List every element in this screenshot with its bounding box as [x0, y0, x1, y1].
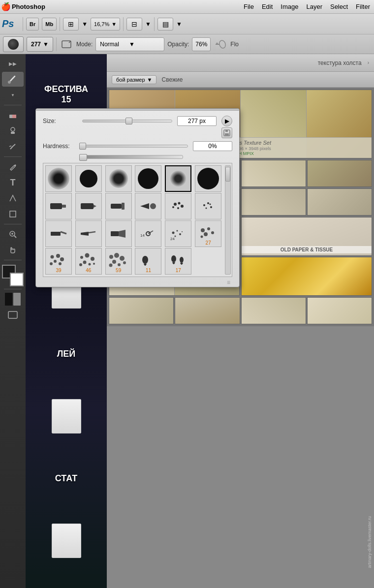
presets-grid: 14 24: [43, 163, 232, 277]
tool-pen[interactable]: [2, 159, 24, 174]
tool-path-selection[interactable]: [2, 191, 24, 206]
size-slider-thumb[interactable]: [125, 118, 132, 124]
size-value-field[interactable]: 277 px: [177, 116, 217, 126]
preset-soft-large[interactable]: [45, 165, 72, 192]
preset-tool-4[interactable]: [135, 193, 161, 219]
soft-brush-small-shape: [170, 171, 186, 186]
preset-spray-1[interactable]: 14: [135, 220, 161, 247]
preset-soft-medium[interactable]: [105, 165, 132, 192]
size-next-button[interactable]: ▶: [221, 116, 232, 126]
brush-preview-button[interactable]: [3, 36, 24, 52]
mini-thumb-4[interactable]: [307, 160, 372, 187]
collapse-panel-button[interactable]: ▶▶: [2, 56, 24, 71]
svg-point-2: [218, 39, 226, 49]
save-preset-button[interactable]: [221, 127, 232, 138]
mb-button[interactable]: Mb: [42, 18, 57, 31]
mini-thumb-8[interactable]: [307, 188, 372, 216]
opacity-value[interactable]: 76%: [192, 37, 211, 51]
svg-point-63: [91, 257, 94, 261]
svg-point-46: [175, 236, 176, 237]
preset-scatter-46[interactable]: 46: [75, 248, 102, 275]
br-button[interactable]: Br: [26, 18, 39, 31]
preset-scatter-59[interactable]: 59: [105, 248, 132, 275]
svg-point-5: [8, 81, 11, 84]
mini-thumb-11[interactable]: [241, 297, 306, 324]
size-label: Size:: [43, 118, 77, 124]
screen-mode-button[interactable]: [2, 308, 24, 322]
mini-thumb-3[interactable]: [241, 160, 306, 187]
preset-scatter-39[interactable]: 39: [45, 248, 72, 275]
preset-tool-5[interactable]: [165, 193, 191, 219]
solid-brush-medium-shape: [80, 170, 97, 187]
tool-brush-sub[interactable]: ▼: [2, 88, 24, 102]
preset-solid-xlarge[interactable]: [195, 165, 221, 192]
tool-brush[interactable]: [2, 72, 24, 87]
preset-spray-2[interactable]: 24: [165, 220, 191, 247]
preset-drip-17[interactable]: 17: [165, 248, 191, 275]
menu-layer[interactable]: Layer: [302, 0, 326, 13]
hardness-value-field[interactable]: 0%: [193, 141, 232, 151]
brush-options-bar: 277 ▼ Mode: Normal ▼ Opacity: 76% Flo: [0, 34, 374, 54]
arrange-icon[interactable]: ⊟: [126, 18, 142, 31]
preset-chisel-1[interactable]: [45, 220, 72, 247]
chevron-icon-1: ▼: [82, 21, 88, 28]
app-name: Photoshop: [12, 0, 236, 14]
quick-mask-button[interactable]: [2, 292, 24, 307]
preset-tool-6[interactable]: [195, 193, 221, 219]
mini-thumb-12[interactable]: [307, 297, 372, 324]
preset-solid-medium[interactable]: [75, 165, 102, 192]
white-box-3: [52, 399, 81, 433]
presets-scrollbar[interactable]: [225, 165, 231, 275]
preset-tool-2[interactable]: [75, 193, 102, 219]
browser-title-arrow: ›: [368, 60, 369, 65]
filter-size-button[interactable]: бой размер ▼: [112, 75, 156, 84]
svg-rect-40: [111, 231, 119, 236]
tool-eraser[interactable]: [2, 108, 24, 123]
menu-filter[interactable]: Filter: [352, 0, 374, 13]
brush-size-button[interactable]: 277 ▼: [27, 37, 53, 52]
menu-image[interactable]: Image: [277, 0, 302, 13]
zoom-dropdown[interactable]: 16,7% ▼: [91, 18, 120, 31]
preset-tool-3[interactable]: [105, 193, 132, 219]
apple-menu[interactable]: 🍎: [0, 0, 12, 14]
soft-brush-medium-shape: [109, 169, 128, 188]
browser-nav: бой размер ▼ Свежие: [107, 72, 374, 88]
grid-icon[interactable]: ⊞: [63, 18, 79, 31]
hardness-slider[interactable]: [82, 145, 188, 148]
svg-point-54: [51, 255, 54, 258]
preset-soft-small[interactable]: [165, 165, 191, 192]
browser-card-old-paper[interactable]: OLD PAPER & TISSUE: [241, 217, 372, 256]
mini-thumb-9[interactable]: [109, 297, 174, 324]
airbrush-icon[interactable]: [214, 37, 227, 51]
svg-point-33: [207, 202, 209, 204]
menu-edit[interactable]: Edit: [258, 0, 277, 13]
menu-file[interactable]: File: [240, 0, 258, 13]
size-slider[interactable]: [82, 120, 172, 123]
color-boxes[interactable]: [2, 265, 24, 286]
tool-zoom[interactable]: [2, 227, 24, 242]
preset-scatter-27[interactable]: 27: [195, 220, 221, 247]
preset-chisel-2[interactable]: [75, 220, 102, 247]
mini-thumbs-row3: [109, 297, 372, 324]
preset-drip-11[interactable]: 11: [135, 248, 161, 275]
workspace-icon[interactable]: ▤: [157, 18, 173, 31]
tablet-icon[interactable]: [60, 37, 73, 51]
hardness-slider-thumb[interactable]: [79, 143, 86, 150]
background-color[interactable]: [10, 273, 24, 286]
tool-hand[interactable]: [2, 243, 24, 257]
hardness-visual-thumb[interactable]: [79, 154, 87, 161]
tool-history-brush[interactable]: [2, 139, 24, 154]
tool-shape[interactable]: [2, 207, 24, 221]
svg-rect-16: [13, 293, 21, 306]
preset-chisel-3[interactable]: [105, 220, 132, 247]
browser-card-yellow[interactable]: [241, 257, 372, 296]
mode-dropdown[interactable]: Normal ▼: [95, 37, 164, 51]
tool-stamp[interactable]: [2, 124, 24, 138]
mini-thumb-7[interactable]: [241, 188, 306, 216]
preset-tool-1[interactable]: [45, 193, 72, 219]
tool-text[interactable]: T: [2, 175, 24, 190]
preset-solid-large[interactable]: [135, 165, 161, 192]
presets-scroll-thumb[interactable]: [225, 167, 230, 182]
mini-thumb-10[interactable]: [175, 297, 240, 324]
menu-select[interactable]: Select: [326, 0, 352, 13]
